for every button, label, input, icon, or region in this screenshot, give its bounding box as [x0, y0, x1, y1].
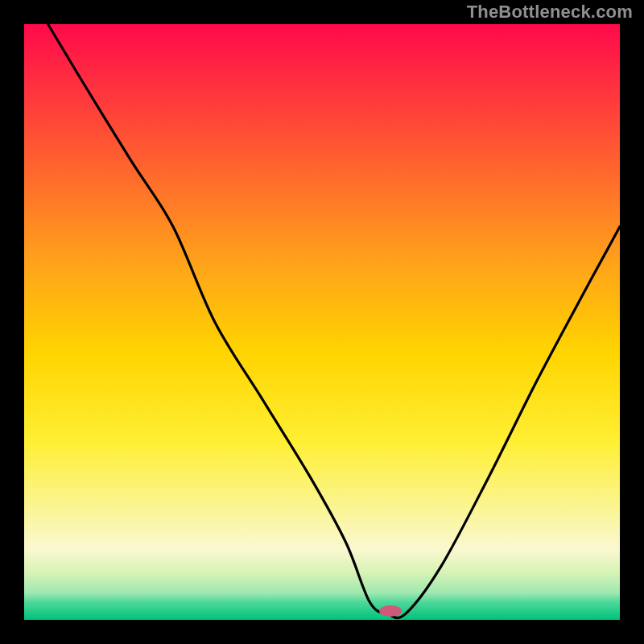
- optimum-marker: [379, 605, 402, 617]
- chart-frame: TheBottleneck.com: [0, 0, 644, 644]
- plot-background: [24, 24, 620, 620]
- watermark-label: TheBottleneck.com: [467, 2, 633, 23]
- chart-svg: [0, 0, 644, 644]
